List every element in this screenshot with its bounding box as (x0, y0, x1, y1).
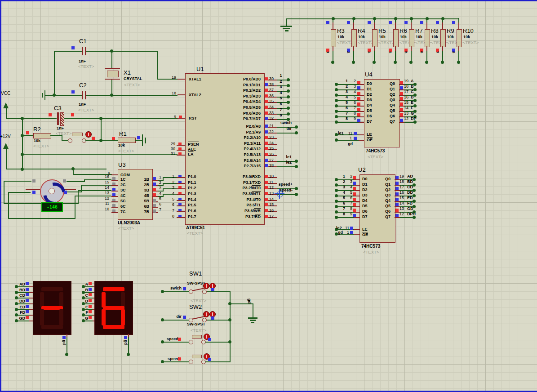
pin-number: 8 (346, 206, 352, 211)
origin-marker-icon (275, 193, 284, 194)
wire (67, 181, 84, 182)
crystal-x1[interactable] (107, 71, 119, 77)
capacitor-c3[interactable] (60, 112, 64, 126)
u1-ctrl-pins: 29 PSEN 30 ALE 31 EA (155, 143, 189, 157)
pin-name: LE (367, 132, 372, 137)
capacitor-c2[interactable] (82, 91, 83, 99)
pin-stub (29, 292, 33, 293)
wire (62, 140, 68, 141)
pin-number: 3 (350, 84, 356, 89)
schematic-canvas[interactable]: VCC +12V C1 1nF <TEXT> C2 1nF <TEXT> X1 … (0, 0, 537, 392)
pin-stub (111, 207, 118, 208)
pin-name: Q5 (379, 204, 391, 208)
net-label: 5 (276, 96, 285, 100)
resistor-body[interactable] (440, 29, 446, 47)
switch-sw1[interactable] (202, 290, 207, 294)
pin-state-square (404, 21, 408, 24)
capacitor-c3[interactable] (57, 112, 59, 125)
pin-name: P3.1/TXD (191, 180, 261, 185)
pin-state-square (71, 90, 75, 94)
junction-dot (21, 117, 24, 120)
pin-name: Q5 (383, 108, 395, 113)
pin-name: P2.1/A9 (191, 130, 261, 134)
resistor-body[interactable] (409, 29, 414, 47)
resistor-body[interactable] (331, 29, 336, 47)
resistor-r1[interactable] (118, 138, 136, 143)
resistor-body[interactable] (425, 29, 430, 47)
seven-segment-display-1[interactable] (33, 281, 71, 335)
net-label: gd (338, 230, 343, 235)
speed-minus-button[interactable] (189, 360, 193, 364)
wire (395, 18, 396, 22)
pin-name: D7 (362, 214, 368, 219)
pin-name: P0.7/AD7 (191, 116, 261, 121)
pin-number: 25 (269, 146, 274, 151)
resistor-body[interactable] (393, 29, 399, 47)
u1-p3-pins: P3.0/RXD 10 P3.1/TXD 11 P3.2/INT0 12 (264, 175, 299, 221)
pin-name: Q2 (383, 92, 395, 97)
pin-state-square (353, 198, 356, 201)
pin-state-square (265, 181, 268, 184)
pin-number: 16 (105, 174, 109, 179)
switch-toggle-icon[interactable] (203, 311, 209, 317)
pin-state-square (89, 299, 92, 302)
junction-dot (413, 120, 417, 124)
resistor-body[interactable] (351, 29, 357, 47)
c2-value: 1nF (79, 102, 86, 107)
reset-button[interactable] (68, 138, 72, 143)
speed-plus-button[interactable] (189, 340, 193, 344)
pin-stub (128, 334, 129, 337)
pin-stub (177, 205, 185, 206)
net-label: CD (18, 293, 25, 298)
r2-ref: R2 (33, 126, 41, 132)
ground-cell-icon (145, 138, 146, 143)
wire (353, 18, 354, 22)
pin-stub (359, 134, 364, 135)
wire (83, 309, 93, 310)
latch-row: 8 9 D7 Q7 12 DPD (336, 215, 417, 220)
pullup-resistor[interactable]: 8 R10 10k <TEXT> (452, 18, 484, 65)
r2-text: <TEXT> (33, 144, 49, 148)
pin-state-square (49, 113, 52, 116)
pin-number: 14 (399, 201, 404, 205)
net-label: 4 (340, 95, 348, 99)
u4-rows: 1 2 D0 Q0 19 A 2 3 D1 Q1 18 B (336, 82, 417, 125)
c1-text: <TEXT> (78, 64, 94, 69)
capacitor-c1[interactable] (82, 47, 83, 55)
pin-stub (111, 185, 118, 186)
origin-marker-icon (277, 191, 283, 197)
pin-stub (354, 217, 359, 218)
net-label: C (83, 293, 88, 298)
wire (83, 286, 93, 287)
resistor-r2[interactable] (33, 133, 51, 138)
pin-name: 2B (133, 183, 149, 187)
pin-name: D2 (367, 92, 372, 97)
seven-segment-display-2[interactable] (94, 281, 133, 335)
display1-pins: AD BD CD DD ED (15, 284, 35, 324)
wire (374, 18, 375, 22)
switch-toggle-icon[interactable] (203, 283, 209, 289)
speed-minus-button[interactable] (192, 355, 202, 358)
pin-state-square (211, 288, 214, 291)
net-label: 1 (340, 79, 348, 83)
pin-row: 8 P1.7 (155, 215, 189, 221)
button-actuator-icon[interactable] (85, 131, 92, 138)
resistor-body[interactable] (457, 29, 462, 47)
resistor-value: 10k (358, 35, 365, 39)
pin-stub (178, 79, 185, 80)
speed-plus-button[interactable] (192, 335, 202, 339)
resistor-value: 10k (379, 35, 386, 39)
junction-dot (287, 101, 290, 104)
pin-number: 5 (165, 197, 174, 201)
reset-button[interactable] (82, 138, 86, 143)
wire (67, 337, 67, 354)
net-label: 6 (419, 51, 424, 53)
net-label: 6 (276, 102, 285, 106)
capacitor-c2[interactable] (85, 91, 86, 99)
reset-button[interactable] (72, 133, 83, 136)
wire (101, 118, 102, 141)
resistor-body[interactable] (372, 29, 377, 47)
pin-number: 8 (165, 214, 174, 218)
capacitor-c1[interactable] (85, 47, 86, 55)
pin-stub (359, 111, 364, 112)
